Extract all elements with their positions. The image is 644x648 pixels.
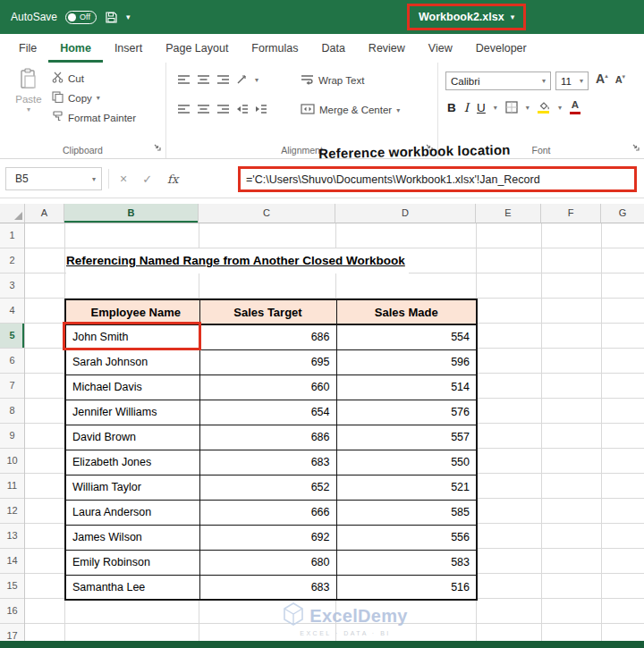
font-dialog-launcher-icon[interactable]: [631, 139, 640, 155]
borders-caret-icon[interactable]: ▾: [526, 104, 530, 112]
tab-formulas[interactable]: Formulas: [240, 34, 309, 63]
cell-made[interactable]: 514: [336, 374, 477, 400]
shrink-font-icon[interactable]: A▾: [615, 73, 625, 85]
row-header-7[interactable]: 7: [0, 374, 24, 399]
cell-name[interactable]: David Brown: [65, 425, 199, 450]
tab-file[interactable]: File: [7, 34, 48, 63]
tab-data[interactable]: Data: [309, 34, 356, 63]
cell-made[interactable]: 550: [336, 450, 477, 475]
column-header-e[interactable]: E: [476, 204, 541, 223]
cell-target[interactable]: 683: [199, 450, 336, 475]
insert-function-icon[interactable]: fx: [167, 173, 178, 186]
alignment-dialog-launcher-icon[interactable]: [425, 139, 433, 155]
orientation-caret-icon[interactable]: ▾: [255, 76, 258, 84]
wrap-text-button[interactable]: Wrap Text: [301, 74, 364, 87]
header-sales-target[interactable]: Sales Target: [199, 299, 336, 324]
align-bottom-icon[interactable]: [216, 74, 230, 85]
borders-icon[interactable]: [505, 101, 518, 114]
cell-made[interactable]: 516: [336, 575, 477, 600]
tab-home[interactable]: Home: [48, 34, 103, 63]
tab-review[interactable]: Review: [357, 34, 417, 63]
font-color-button[interactable]: A: [570, 100, 580, 114]
workbook-title[interactable]: Workbook2.xlsx ▾: [407, 4, 526, 30]
cell-target[interactable]: 660: [199, 374, 336, 400]
cell-target[interactable]: 686: [199, 425, 336, 450]
tab-view[interactable]: View: [417, 34, 464, 63]
name-box-caret-icon[interactable]: ▾: [92, 175, 101, 183]
cell-name[interactable]: John Smith: [65, 324, 199, 349]
cell-name[interactable]: Michael Davis: [65, 374, 199, 400]
cell-made[interactable]: 585: [336, 500, 477, 525]
cut-button[interactable]: Cut: [52, 72, 136, 85]
font-name-select[interactable]: Calibri ▾: [445, 72, 551, 90]
cell-made[interactable]: 521: [336, 475, 477, 500]
orientation-icon[interactable]: [236, 74, 249, 85]
underline-caret-icon[interactable]: ▾: [494, 104, 497, 112]
underline-button[interactable]: U: [477, 101, 486, 114]
cell-target[interactable]: 666: [199, 500, 336, 525]
formula-input[interactable]: ='C:\Users\Shuvo\Documents\Workbook1.xls…: [241, 173, 540, 186]
tab-insert[interactable]: Insert: [103, 34, 154, 63]
row-header-11[interactable]: 11: [0, 474, 24, 499]
save-options-caret-icon[interactable]: ▾: [126, 13, 131, 21]
header-sales-made[interactable]: Sales Made: [336, 299, 477, 324]
row-header-1[interactable]: 1: [0, 223, 24, 248]
sheet-title-cell[interactable]: Referencing Named Range from Another Clo…: [66, 248, 409, 274]
name-box[interactable]: B5 ▾: [5, 167, 102, 190]
align-right-icon[interactable]: [216, 104, 230, 114]
format-painter-button[interactable]: Format Painter: [52, 111, 136, 124]
cell-target[interactable]: 680: [199, 550, 336, 575]
decrease-indent-icon[interactable]: [236, 104, 249, 114]
row-header-2[interactable]: 2: [0, 248, 24, 274]
select-all-corner[interactable]: [0, 204, 25, 223]
column-header-g[interactable]: G: [601, 204, 644, 223]
row-header-9[interactable]: 9: [0, 424, 24, 449]
workbook-caret-icon[interactable]: ▾: [511, 13, 515, 21]
save-icon[interactable]: [105, 11, 118, 24]
cell-name[interactable]: William Taylor: [65, 475, 199, 500]
cell-name[interactable]: James Wilson: [65, 525, 199, 550]
cancel-icon[interactable]: ×: [120, 172, 127, 186]
cell-target[interactable]: 686: [199, 324, 336, 349]
align-middle-icon[interactable]: [197, 74, 210, 85]
font-size-select[interactable]: 11 ▾: [555, 72, 589, 90]
cell-made[interactable]: 557: [336, 425, 477, 450]
align-center-icon[interactable]: [197, 104, 210, 114]
cell-target[interactable]: 692: [199, 525, 336, 550]
cell-target[interactable]: 654: [199, 400, 336, 425]
paste-button[interactable]: Paste ▾: [9, 68, 48, 114]
row-header-16[interactable]: 16: [0, 599, 24, 624]
cell-made[interactable]: 556: [336, 525, 477, 550]
merge-center-button[interactable]: Merge & Center ▾: [301, 104, 400, 116]
cell-made[interactable]: 554: [336, 324, 477, 349]
cell-made[interactable]: 596: [336, 349, 477, 374]
row-header-8[interactable]: 8: [0, 399, 24, 424]
row-header-14[interactable]: 14: [0, 549, 24, 574]
row-header-5[interactable]: 5: [0, 324, 24, 349]
row-header-3[interactable]: 3: [0, 274, 24, 299]
cell-made[interactable]: 576: [336, 400, 477, 425]
column-header-f[interactable]: F: [541, 204, 601, 223]
row-header-15[interactable]: 15: [0, 574, 24, 599]
autosave-toggle[interactable]: Off: [65, 11, 97, 24]
copy-button[interactable]: Copy ▾: [52, 91, 136, 105]
tab-developer[interactable]: Developer: [464, 34, 538, 63]
align-left-icon[interactable]: [177, 104, 191, 114]
tab-page-layout[interactable]: Page Layout: [154, 34, 240, 63]
row-header-10[interactable]: 10: [0, 449, 24, 474]
column-header-b[interactable]: B: [64, 204, 199, 223]
cell-name[interactable]: Jennifer Williams: [65, 400, 199, 425]
fill-color-caret-icon[interactable]: ▾: [558, 104, 562, 112]
row-header-4[interactable]: 4: [0, 299, 24, 324]
align-top-icon[interactable]: [177, 74, 191, 85]
grow-font-icon[interactable]: A▴: [596, 72, 608, 86]
row-header-12[interactable]: 12: [0, 499, 24, 524]
row-header-6[interactable]: 6: [0, 349, 24, 374]
merge-center-caret-icon[interactable]: ▾: [396, 106, 400, 114]
increase-indent-icon[interactable]: [255, 104, 267, 114]
clipboard-dialog-launcher-icon[interactable]: [153, 139, 161, 155]
italic-button[interactable]: I: [464, 100, 469, 114]
cell-target[interactable]: 695: [199, 349, 336, 374]
column-header-d[interactable]: D: [335, 204, 476, 223]
cell-target[interactable]: 683: [199, 575, 336, 600]
